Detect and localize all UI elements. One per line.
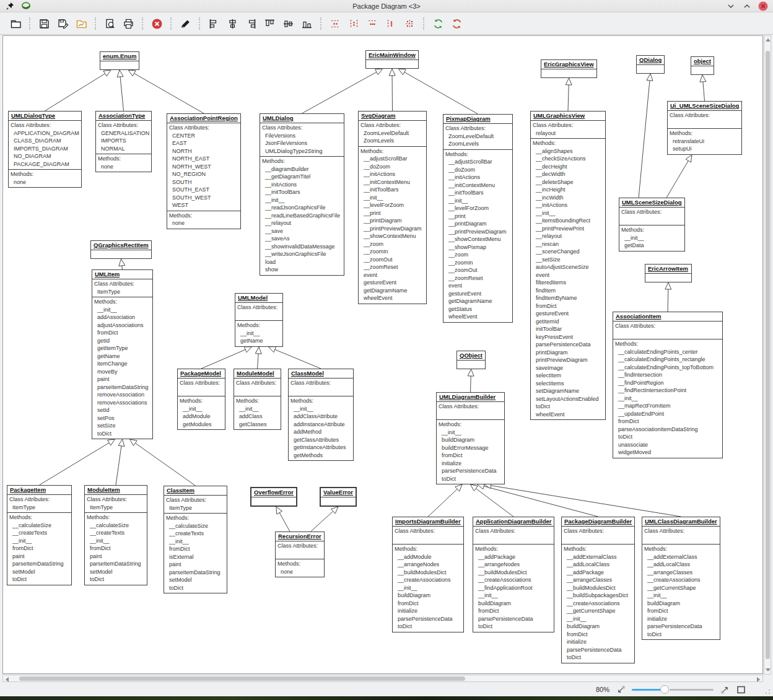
class-box-ModuleItem[interactable]: ModuleItemClass Attributes:ItemTypeMetho… [84,485,147,585]
increase-vertical-button[interactable] [382,15,400,32]
scroll-right-arrow[interactable] [757,677,760,682]
class-box-EricMainWindow[interactable]: EricMainWindow [365,50,419,69]
attribute: NORTH_WEST [169,163,238,171]
class-box-EricGraphicsView[interactable]: EricGraphicsView [541,59,597,78]
class-box-UMLSceneSizeDialog[interactable]: UMLSceneSizeDialogClass Attributes: Meth… [619,198,685,252]
close-button[interactable] [147,15,166,32]
class-box-PackageItem[interactable]: PackageItemClass Attributes:ItemTypeMeth… [7,485,72,585]
class-box-UMLDialogType[interactable]: UMLDialogTypeClass Attributes:APPLICATIO… [8,111,82,188]
method: __init__ [180,405,223,413]
increase-horizontal-button[interactable] [363,15,382,32]
inheritance-arrowhead [129,439,137,445]
class-box-UMLItem[interactable]: UMLItemClass Attributes:ItemTypeMethods:… [92,269,153,439]
method: printPreviewDiagram [533,356,603,364]
class-box-QObject[interactable]: QObject [456,351,486,369]
pin-icon[interactable] [5,1,15,11]
class-methods-section: Methods:__alignShapes__checkSizeActions_… [531,139,605,419]
method: paint [166,561,225,569]
save-image-button[interactable] [72,15,90,32]
inheritance-edge [45,74,105,111]
method: __zoomIn [360,248,424,256]
method: filteredItems [533,279,603,287]
align-bottom-button[interactable] [297,15,316,32]
class-box-PackageModel[interactable]: PackageModelClass Attributes: Methods:__… [177,369,225,430]
class-box-UMLDialog[interactable]: UMLDialogClass Attributes:FileVersionsJs… [260,113,344,276]
class-box-UMLGraphicsView[interactable]: UMLGraphicsViewClass Attributes:relayout… [530,111,606,420]
horizontal-scrollbar-thumb[interactable] [19,676,465,681]
class-box-object[interactable]: object [691,56,714,75]
window-new-button[interactable] [6,15,25,32]
class-box-ApplicationDiagramBuilder[interactable]: ApplicationDiagramBuilderClass Attribute… [473,517,554,632]
scroll-down-arrow[interactable] [766,668,771,672]
class-box-OverflowError[interactable]: OverflowError [250,487,297,507]
align-center-h-button[interactable] [223,15,242,32]
inheritance-arrowhead [375,69,382,75]
method: __init__ [262,196,342,204]
attributes-label: Class Attributes: [533,121,603,129]
class-box-ClassModel[interactable]: ClassModelClass Attributes: Methods:__in… [288,369,354,461]
distribute-both-button[interactable] [400,15,419,32]
fullscreen-button[interactable] [736,685,746,694]
class-box-SvgDiagram[interactable]: SvgDiagramClass Attributes:ZoomLevelDefa… [358,111,427,304]
methods-label: Methods: [621,226,683,234]
save-button[interactable] [35,15,53,32]
method: __levelForZoom [360,201,424,209]
class-box-EricArrowItem[interactable]: EricArrowItem [645,264,692,282]
distribute-vertical-button[interactable] [344,15,363,32]
reload-button[interactable] [447,15,466,32]
scroll-left-arrow[interactable] [6,677,9,682]
print-button[interactable] [119,15,138,32]
class-box-PixmapDiagram[interactable]: PixmapDiagramClass Attributes:ZoomLevelD… [443,114,513,323]
class-box-ModuleModel[interactable]: ModuleModelClass Attributes: Methods:__i… [234,369,281,430]
window-close-button[interactable] [758,1,768,11]
align-left-button[interactable] [204,15,223,32]
class-box-UMLDiagramBuilder[interactable]: UMLDiagramBuilderClass Attributes: Metho… [436,392,505,484]
resize-grip[interactable] [764,688,771,694]
horizontal-scrollbar[interactable] [2,675,763,682]
zoom-slider-handle[interactable] [660,685,669,694]
vertical-scrollbar-thumb[interactable] [766,51,770,659]
align-right-button[interactable] [242,15,260,32]
zoom-in-button[interactable] [720,685,730,694]
class-box-RecursionError[interactable]: RecursionErrorClass Attributes: Methods:… [275,532,325,577]
class-box-UMLClassDiagramBuilder[interactable]: UMLClassDiagramBuilderClass Attributes: … [642,517,720,640]
zoom-out-button[interactable] [616,685,626,694]
delete-button[interactable] [176,15,194,32]
class-box-QGraphicsRectItem[interactable]: QGraphicsRectItem [90,240,152,259]
class-box-PackageDiagramBuilder[interactable]: PackageDiagramBuilderClass Attributes: M… [561,517,635,663]
class-box-QDialog[interactable]: QDialog [636,55,665,74]
method: __writeJsonGraphicsFile [262,250,342,258]
minimize-button[interactable] [726,1,736,11]
maximize-button[interactable] [742,1,752,11]
distribute-horizontal-button[interactable] [326,15,344,32]
print-preview-button[interactable] [100,15,119,32]
method: wheelEvent [533,411,603,419]
class-box-ImportsDiagramBuilder[interactable]: ImportsDiagramBuilderClass Attributes: M… [392,517,464,632]
method: __sceneChanged [533,248,603,256]
attributes-label: Class Attributes: [670,112,740,120]
scroll-up-arrow[interactable] [766,38,771,42]
class-box-AssociationType[interactable]: AssociationTypeClass Attributes:GENERALI… [95,111,152,172]
align-top-button[interactable] [260,15,279,32]
inheritance-arrowhead [269,347,276,352]
align-center-v-button[interactable] [279,15,297,32]
diagram-canvas[interactable]: enum.EnumEricMainWindowEricGraphicsViewQ… [2,35,763,674]
inheritance-arrowhead [103,70,111,76]
inheritance-edge [302,72,377,113]
class-name: ApplicationDiagramBuilder [473,517,554,527]
class-box-UMLModel[interactable]: UMLModelClass Attributes: Methods:__init… [235,293,283,347]
method: retranslateUi [670,138,740,146]
class-box-enum.Enum[interactable]: enum.Enum [100,51,139,70]
class-box-AssociationItem[interactable]: AssociationItemClass Attributes: Methods… [613,312,723,458]
class-name: OverflowError [251,488,296,497]
zoom-slider[interactable] [632,685,714,694]
class-box-ValueError[interactable]: ValueError [320,487,357,507]
class-box-AssociationPointRegion[interactable]: AssociationPointRegionClass Attributes:C… [167,113,241,229]
method: setModel [9,568,69,576]
class-box-ClassItem[interactable]: ClassItemClass Attributes:ItemTypeMethod… [164,486,227,593]
refresh-button[interactable] [429,15,447,32]
method: fromDict [533,302,603,310]
save-as-button[interactable] [53,15,72,32]
class-box-Ui_UMLSceneSizeDialog[interactable]: Ui_UMLSceneSizeDialogClass Attributes: M… [667,101,742,155]
vertical-scrollbar[interactable] [764,35,771,675]
